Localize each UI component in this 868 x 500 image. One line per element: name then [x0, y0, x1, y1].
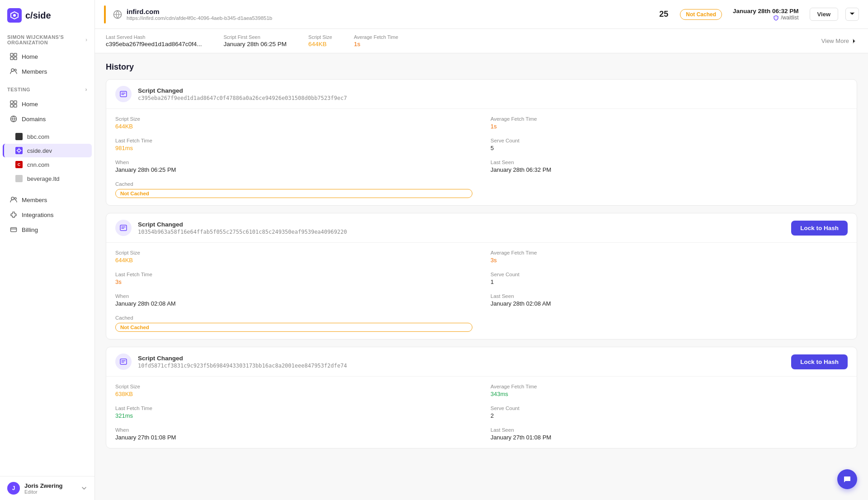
chat-icon	[843, 475, 852, 484]
field-label: Script Size	[115, 384, 472, 389]
field-value: 321ms	[115, 412, 472, 419]
field-value: 1	[491, 278, 848, 285]
field-value: 3s	[491, 257, 848, 264]
field-label: Last Seen	[491, 293, 848, 299]
svg-rect-20	[120, 225, 127, 231]
svg-rect-19	[120, 91, 127, 97]
sidebar-item-label: Billing	[22, 226, 38, 233]
date-main: January 28th 06:32 PM	[733, 8, 799, 14]
entry-body: Script Size 638KB Average Fetch Time 343…	[106, 377, 857, 448]
domain-info: infird.com https://infird.com/cdn/afde4f…	[127, 8, 272, 21]
history-title: History	[106, 62, 857, 72]
field-avg-fetch: Average Fetch Time 343ms	[491, 384, 848, 397]
entry-icon	[115, 86, 132, 102]
date-info: January 28th 06:32 PM /waitlist	[733, 8, 799, 21]
svg-rect-4	[10, 57, 13, 60]
sidebar-item-home-testing[interactable]: Home	[3, 97, 92, 111]
logo-area[interactable]: c/side	[0, 0, 94, 31]
globe-icon	[10, 115, 17, 123]
domain-item-bbc[interactable]: bbc.com	[3, 130, 92, 143]
chevron-down-icon	[849, 11, 855, 16]
sidebar-item-label: Domains	[22, 116, 46, 123]
logo-text: c/side	[25, 10, 51, 21]
grid-icon	[10, 100, 17, 108]
domain-item-cnn[interactable]: C cnn.com	[3, 158, 92, 171]
sidebar-item-label: Members	[22, 68, 47, 75]
svg-rect-11	[14, 104, 17, 107]
field-script-size: Script Size 638KB	[115, 384, 472, 397]
field-label: When	[115, 160, 472, 165]
domain-item-cside[interactable]: cside.dev	[3, 144, 92, 157]
sidebar-footer[interactable]: J Joris Zwering Editor	[0, 476, 94, 500]
stats-bar: Last Served Hash c395eba267f9eed1d1ad864…	[95, 29, 868, 53]
script-color-indicator	[104, 5, 106, 24]
entry-hash: 10354b963a58f16e64ffab5f055c2755c6101c85…	[138, 229, 785, 235]
field-cached: Cached Not Cached	[115, 315, 472, 332]
field-value: 644KB	[115, 123, 472, 130]
field-value: 638KB	[115, 391, 472, 397]
sidebar-item-domains[interactable]: Domains	[3, 112, 92, 126]
expand-button[interactable]	[845, 8, 859, 21]
entry-title: Script Changed	[138, 87, 848, 94]
cache-status-badge: Not Cached	[680, 9, 722, 20]
field-value: January 27th 01:08 PM	[491, 434, 848, 441]
lock-to-hash-button[interactable]: Lock to Hash	[791, 354, 848, 369]
entry-title: Script Changed	[138, 221, 785, 228]
sidebar-item-integrations[interactable]: Integrations	[3, 208, 92, 222]
script-changed-icon	[119, 224, 127, 232]
sidebar-item-billing[interactable]: Billing	[3, 222, 92, 237]
field-label: Last Seen	[491, 427, 848, 433]
sidebar-item-label: Home	[22, 101, 38, 108]
svg-point-6	[11, 69, 14, 71]
svg-rect-21	[120, 359, 127, 364]
field-value: 981ms	[115, 145, 472, 151]
domain-item-beverage[interactable]: beverage.ltd	[3, 172, 92, 185]
field-last-seen: Last Seen January 28th 06:32 PM	[491, 160, 848, 173]
entry-header: Script Changed 10354b963a58f16e64ffab5f0…	[106, 213, 857, 243]
field-label: Last Fetch Time	[115, 406, 472, 411]
lock-to-hash-button[interactable]: Lock to Hash	[791, 221, 848, 236]
entry-hash: c395eba267f9eed1d1ad8647c0f47886a0a26ce9…	[138, 95, 848, 101]
svg-point-7	[14, 69, 16, 71]
field-last-fetch: Last Fetch Time 3s	[115, 272, 472, 285]
testing-section-header: Testing ›	[0, 81, 94, 94]
field-last-fetch: Last Fetch Time 321ms	[115, 406, 472, 419]
svg-point-15	[11, 197, 14, 200]
field-value: January 28th 02:08 AM	[491, 300, 848, 307]
domain-label: bbc.com	[27, 133, 49, 140]
avatar: J	[7, 482, 20, 495]
domain-favicon-bbc	[15, 133, 23, 140]
field-last-seen: Last Seen January 27th 01:08 PM	[491, 427, 848, 441]
field-label: Last Seen	[491, 160, 848, 165]
domain-list: bbc.com cside.dev C cnn.com beverage.ltd	[0, 128, 94, 187]
stat-label: Average Fetch Time	[354, 34, 398, 40]
org-chevron-icon: ›	[85, 37, 87, 43]
sidebar-item-members[interactable]: Members	[3, 193, 92, 207]
chat-bubble[interactable]	[837, 469, 857, 489]
date-sub: /waitlist	[773, 14, 798, 21]
field-label: When	[115, 293, 472, 299]
field-value: 644KB	[115, 257, 472, 264]
stat-value: 644KB	[308, 41, 332, 47]
view-button[interactable]: View	[810, 8, 838, 21]
sidebar-item-members-org[interactable]: Members	[3, 64, 92, 79]
content-area: History Script Changed c395eba267f9eed1d…	[95, 53, 868, 500]
field-label: Script Size	[115, 116, 472, 122]
view-more-button[interactable]: View More	[821, 38, 857, 44]
entry-hash: 10fd5871cf3831c9c923f5b6984943303173bb16…	[138, 363, 785, 369]
top-bar: infird.com https://infird.com/cdn/afde4f…	[95, 0, 868, 29]
field-value: January 28th 02:08 AM	[115, 300, 472, 307]
org-section[interactable]: Simon Wijckmans's Organization ›	[0, 31, 94, 47]
testing-nav: Home Domains	[0, 94, 94, 128]
credit-card-icon	[10, 226, 17, 233]
entry-body: Script Size 644KB Average Fetch Time 3s …	[106, 243, 857, 339]
field-serve-count: Serve Count 1	[491, 272, 848, 285]
domain-title: infird.com	[127, 8, 272, 15]
main-content: infird.com https://infird.com/cdn/afde4f…	[95, 0, 868, 500]
sidebar-item-home-org[interactable]: Home	[3, 49, 92, 64]
stat-first-seen: Script First Seen January 28th 06:25 PM	[223, 34, 287, 47]
svg-rect-8	[10, 101, 13, 104]
history-entry: Script Changed 10354b963a58f16e64ffab5f0…	[106, 213, 857, 340]
field-label: Serve Count	[491, 406, 848, 411]
field-label: Last Fetch Time	[115, 272, 472, 277]
